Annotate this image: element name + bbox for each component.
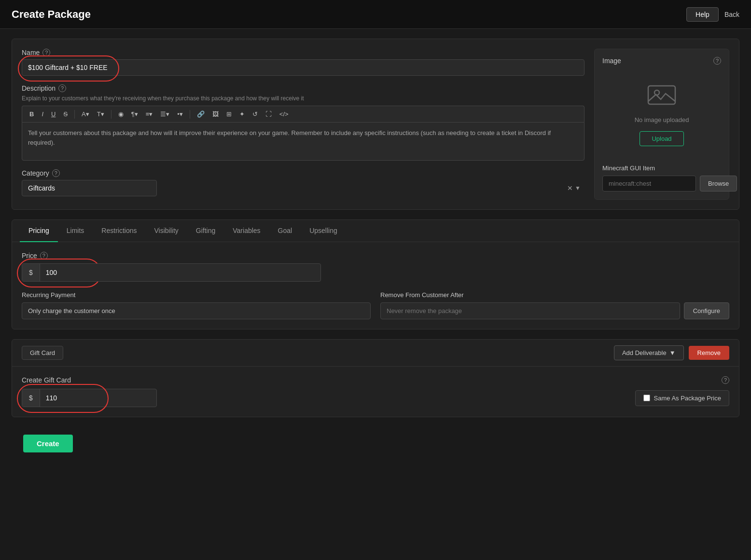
configure-button[interactable]: Configure [684,302,729,319]
image-section: Image ? No image uploaded Upload [594,49,729,200]
name-input-wrapper [22,59,584,76]
tab-goal[interactable]: Goal [269,220,301,242]
toolbar-underline[interactable]: U [49,109,58,119]
same-as-package-label: Same As Package Price [654,395,721,402]
price-help-icon[interactable]: ? [40,252,48,260]
minecraft-gui-section: Minecraft GUI Item Browse [602,164,721,191]
tab-gifting[interactable]: Gifting [187,220,224,242]
deliverable-card: Gift Card Add Deliverable ▼ Remove Creat… [12,339,739,417]
main-content: Name ? Description ? Explain to your cus… [0,29,751,470]
tab-restrictions[interactable]: Restrictions [93,220,145,242]
toolbar-special[interactable]: ✦ [237,109,247,119]
editor-toolbar: B I U S A▾ T▾ ◉ ¶▾ ≡▾ ☰▾ •▾ � [22,106,584,122]
minecraft-gui-label: Minecraft GUI Item [602,164,721,172]
toolbar-color-fill[interactable]: ◉ [116,109,126,119]
upload-button[interactable]: Upload [640,131,683,146]
tab-variables[interactable]: Variables [224,220,269,242]
recurring-section: Recurring Payment Only charge the custom… [22,291,729,319]
price-label: Price ? [22,252,729,260]
category-section: Category ? Giftcards ✕ ▼ [22,169,584,196]
bottom-bar: Create [12,427,739,460]
toolbar-list[interactable]: ☰▾ [158,109,172,119]
tab-limits[interactable]: Limits [58,220,93,242]
tabs-card: Pricing Limits Restrictions Visibility G… [12,219,739,329]
description-help-icon[interactable]: ? [58,84,66,92]
svg-rect-0 [648,86,675,104]
no-image-text: No image uploaded [635,116,689,123]
image-placeholder: No image uploaded Upload [602,72,721,156]
same-as-package-checkbox[interactable] [643,395,650,401]
deliverable-actions: Add Deliverable ▼ Remove [614,345,729,360]
tab-visibility[interactable]: Visibility [146,220,187,242]
category-select-wrapper: Giftcards ✕ ▼ [22,180,584,196]
toolbar-text-style[interactable]: T▾ [95,109,107,119]
image-help-icon[interactable]: ? [713,57,721,65]
toolbar-strikethrough[interactable]: S [61,109,70,119]
tab-upselling[interactable]: Upselling [301,220,346,242]
page-title: Create Package [12,8,91,21]
toolbar-bullet[interactable]: •▾ [175,109,185,119]
toolbar-link[interactable]: 🔗 [195,109,207,119]
toolbar-bold[interactable]: B [27,109,36,119]
remove-label: Remove From Customer After [380,291,729,299]
category-help-icon[interactable]: ? [52,169,60,177]
svg-point-1 [654,90,659,95]
toolbar-font-color[interactable]: A▾ [79,109,92,119]
remove-input[interactable] [380,302,680,319]
recurring-select[interactable]: Only charge the customer once [22,302,371,319]
toolbar-code[interactable]: </> [277,109,291,119]
toolbar-undo[interactable]: ↺ [250,109,260,119]
gift-card-label: Create Gift Card ? [22,376,729,384]
same-as-package-container: Same As Package Price [635,390,729,406]
category-clear-icon[interactable]: ✕ [567,184,573,192]
card-right: Image ? No image uploaded Upload [594,49,729,200]
browse-button[interactable]: Browse [700,176,737,191]
back-button[interactable]: Back [724,11,739,18]
tab-pricing[interactable]: Pricing [20,220,58,242]
header-actions: Help Back [686,7,739,22]
gui-input-row: Browse [602,176,721,191]
card-left: Name ? Description ? Explain to your cus… [22,49,584,200]
category-chevron-icon: ▼ [575,185,581,191]
add-deliverable-chevron-icon: ▼ [669,349,676,356]
gift-card-tab[interactable]: Gift Card [22,346,63,360]
price-input-row: $ [22,263,321,282]
name-label: Name ? [22,49,584,56]
description-label: Description ? [22,84,584,92]
image-label: Image ? [602,57,721,65]
toolbar-sep-1 [74,110,75,119]
gift-amount-row: $ [22,389,157,407]
toolbar-table[interactable]: ⊞ [224,109,234,119]
minecraft-gui-input[interactable] [602,176,696,191]
tabs-row: Pricing Limits Restrictions Visibility G… [12,220,739,242]
card-top: Name ? Description ? Explain to your cus… [22,49,729,200]
toolbar-image[interactable]: 🖼 [210,109,221,119]
toolbar-align[interactable]: ≡▾ [143,109,155,119]
recurring-left: Recurring Payment Only charge the custom… [22,291,371,319]
toolbar-expand[interactable]: ⛶ [263,109,274,119]
editor-body[interactable]: Tell your customers about this package a… [22,122,584,161]
deliverable-header: Gift Card Add Deliverable ▼ Remove [12,340,739,367]
toolbar-paragraph[interactable]: ¶▾ [129,109,140,119]
toolbar-italic[interactable]: I [39,109,46,119]
gift-help-icon[interactable]: ? [722,376,729,384]
recurring-right: Remove From Customer After Configure [380,291,729,319]
gift-amount-input[interactable] [40,389,156,407]
tab-content: Price ? $ Recurring Payment [12,242,739,329]
recurring-label: Recurring Payment [22,291,371,299]
description-section: Description ? Explain to your customers … [22,84,584,161]
category-label: Category ? [22,169,584,177]
image-upload-icon [647,82,676,111]
help-button[interactable]: Help [686,7,719,22]
package-info-card: Name ? Description ? Explain to your cus… [12,39,739,210]
deliverable-body: Create Gift Card ? $ Same As Package Pri… [12,367,739,417]
toolbar-sep-3 [190,110,190,119]
name-help-icon[interactable]: ? [42,49,50,56]
name-input[interactable] [22,59,584,76]
remove-button[interactable]: Remove [689,346,729,360]
toolbar-sep-2 [111,110,111,119]
price-input[interactable] [40,264,320,281]
create-button[interactable]: Create [23,435,73,452]
add-deliverable-button[interactable]: Add Deliverable ▼ [614,345,684,360]
category-select[interactable]: Giftcards [22,180,157,196]
